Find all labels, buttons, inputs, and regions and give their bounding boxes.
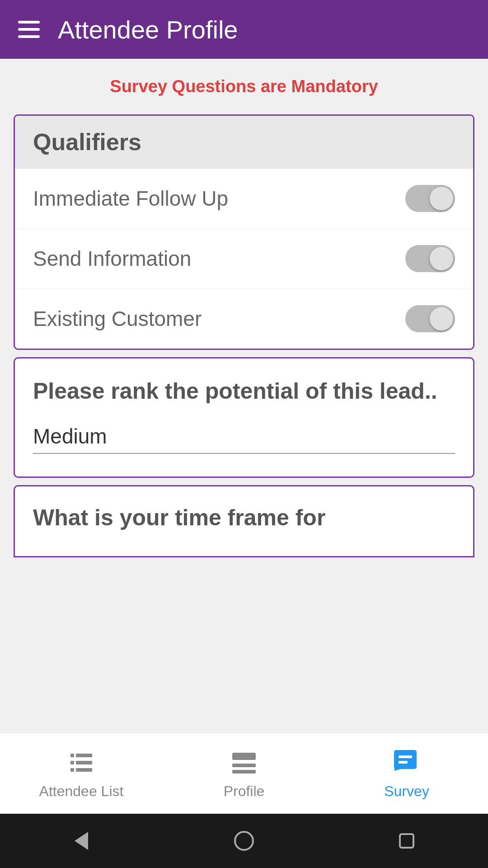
nav-label-survey: Survey — [384, 783, 429, 800]
toggle-row-send-information: Send Information — [15, 229, 473, 289]
svg-rect-15 — [400, 834, 413, 848]
bottom-navigation: Attendee List Profile Survey — [0, 732, 488, 814]
toggle-immediate-follow-up[interactable] — [405, 185, 455, 212]
nav-label-attendee-list: Attendee List — [39, 783, 124, 800]
answer-field-1[interactable] — [33, 424, 455, 454]
toggle-row-existing-customer: Existing Customer — [15, 289, 473, 349]
svg-rect-4 — [70, 768, 74, 772]
svg-rect-2 — [70, 761, 74, 764]
profile-icon — [228, 747, 260, 778]
svg-rect-7 — [232, 764, 256, 767]
qualifiers-header: Qualifiers — [15, 116, 473, 169]
toggle-label-immediate-follow-up: Immediate Follow Up — [33, 186, 228, 211]
svg-rect-1 — [76, 754, 92, 757]
nav-label-profile: Profile — [224, 783, 265, 800]
android-nav-bar — [0, 814, 488, 868]
svg-rect-11 — [399, 755, 412, 758]
mandatory-notice: Survey Questions are Mandatory — [14, 77, 474, 96]
svg-rect-8 — [232, 770, 256, 774]
svg-rect-5 — [76, 768, 92, 772]
toggle-label-send-information: Send Information — [33, 246, 191, 271]
partial-question-text: What is your time frame for — [33, 505, 455, 531]
app-header: Attendee Profile — [0, 0, 488, 59]
svg-rect-0 — [70, 754, 74, 757]
svg-marker-13 — [75, 832, 88, 850]
survey-icon — [391, 747, 422, 778]
toggle-existing-customer[interactable] — [405, 305, 455, 332]
toggle-send-information[interactable] — [405, 245, 455, 272]
qualifiers-title: Qualifiers — [33, 129, 141, 155]
toggle-row-immediate-follow-up: Immediate Follow Up — [15, 169, 473, 229]
main-content: Survey Questions are Mandatory Qualifier… — [0, 59, 488, 732]
partial-question-card: What is your time frame for — [14, 485, 474, 557]
android-back-button[interactable] — [68, 827, 95, 854]
list-icon — [66, 747, 97, 778]
svg-rect-12 — [399, 761, 408, 764]
nav-item-attendee-list[interactable]: Attendee List — [0, 747, 163, 800]
qualifiers-card: Qualifiers Immediate Follow Up Send Info… — [14, 114, 474, 350]
hamburger-menu-button[interactable] — [18, 21, 40, 38]
page-title: Attendee Profile — [58, 15, 238, 44]
android-recent-button[interactable] — [393, 827, 420, 854]
nav-item-survey[interactable]: Survey — [325, 747, 488, 800]
svg-rect-6 — [232, 753, 256, 760]
svg-rect-3 — [76, 761, 92, 764]
question-card-1: Please rank the potential of this lead.. — [14, 357, 474, 478]
toggle-label-existing-customer: Existing Customer — [33, 307, 202, 331]
android-home-button[interactable] — [230, 827, 258, 854]
question-text-1: Please rank the potential of this lead.. — [33, 377, 455, 406]
nav-item-profile[interactable]: Profile — [163, 747, 325, 800]
svg-point-14 — [235, 832, 253, 850]
